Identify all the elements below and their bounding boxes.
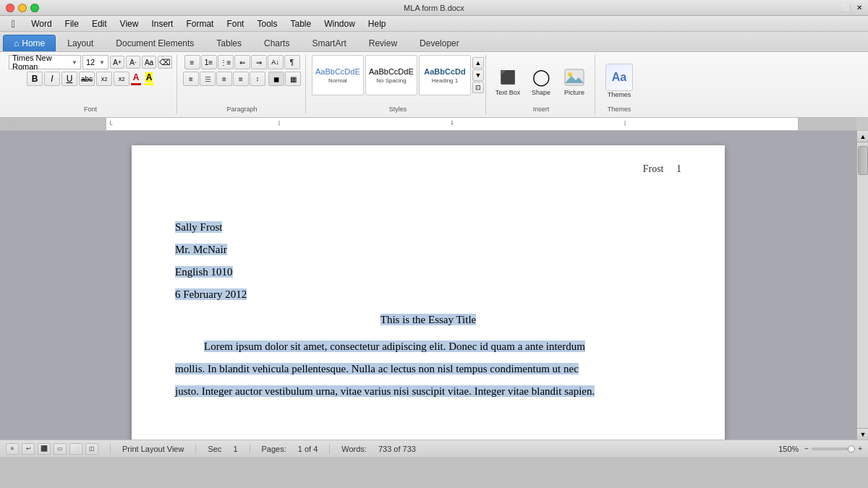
multilevel-list-button[interactable]: ⋮≡ [218, 55, 234, 69]
themes-button[interactable]: Aa Themes [601, 62, 637, 100]
pages-value: 1 of 4 [298, 445, 318, 453]
align-right-button[interactable]: ≡ [216, 72, 232, 86]
zoom-slider-track[interactable] [812, 448, 855, 450]
bullet-list-button[interactable]: ≡ [184, 55, 200, 69]
indent-decrease-button[interactable]: ⇐ [234, 55, 250, 69]
zoom-bar[interactable]: − + [804, 445, 862, 453]
status-icon-2[interactable]: ↩ [22, 443, 35, 455]
insert-text-box[interactable]: ⬛ Text Box [492, 64, 524, 98]
insert-shape[interactable]: ◯ Shape [525, 64, 557, 98]
teacher-line: Mr. McNair [175, 240, 681, 260]
font-size-dropdown[interactable]: 12 ▼ [82, 55, 109, 69]
font-size-decrease[interactable]: A- [126, 56, 140, 69]
status-icon-5[interactable]: ⬜ [69, 443, 82, 455]
clear-formatting[interactable]: ⌫ [158, 56, 172, 69]
menu-format[interactable]: Format [180, 17, 219, 30]
ruler-right-margin [799, 118, 856, 130]
font-color-button[interactable]: A [131, 72, 141, 85]
menu-insert[interactable]: Insert [145, 17, 179, 30]
title-line: This is the Essay Title [175, 310, 681, 330]
tab-charts[interactable]: Charts [253, 35, 300, 51]
menu-word[interactable]: Word [25, 17, 57, 30]
insert-group-label: Insert [492, 103, 590, 114]
zoom-plus[interactable]: + [858, 445, 862, 453]
status-icon-1[interactable]: ≡ [6, 443, 19, 455]
menu-view[interactable]: View [114, 17, 145, 30]
tab-document-elements[interactable]: Document Elements [105, 35, 205, 51]
vertical-scrollbar[interactable]: ▲ ▼ [856, 131, 868, 440]
styles-scroll-down[interactable]: ▼ [472, 69, 484, 81]
style-heading1-label: Heading 1 [432, 77, 458, 84]
body-line-2: mollis. In blandit vehicula pellentesque… [175, 359, 681, 379]
status-divider-3 [250, 444, 250, 454]
shading-button[interactable]: ◼ [268, 72, 284, 86]
tab-developer[interactable]: Developer [409, 35, 470, 51]
close-button[interactable] [6, 4, 14, 12]
status-divider-1 [110, 444, 111, 454]
align-left-button[interactable]: ≡ [183, 72, 199, 86]
tab-review[interactable]: Review [358, 35, 408, 51]
insert-picture[interactable]: Picture [558, 64, 590, 98]
menu-help[interactable]: Help [362, 17, 392, 30]
status-icon-6[interactable]: ◫ [85, 443, 98, 455]
document-content: Sally Frost Mr. McNair English 1010 6 Fe… [175, 218, 681, 401]
menu-file[interactable]: File [59, 17, 85, 30]
strikethrough-button[interactable]: abc [79, 72, 95, 86]
italic-button[interactable]: I [44, 72, 60, 86]
sort-button[interactable]: A↓ [268, 55, 284, 69]
style-no-spacing[interactable]: AaBbCcDdEe No Spacing [365, 55, 417, 95]
styles-expand[interactable]: ⊡ [472, 82, 484, 93]
tab-layout[interactable]: Layout [56, 35, 104, 51]
subscript-button[interactable]: x2 [114, 72, 129, 86]
section-value: 1 [233, 445, 237, 453]
align-center-button[interactable]: ☰ [200, 72, 216, 86]
shape-icon: ◯ [529, 66, 553, 89]
bold-button[interactable]: B [27, 72, 43, 86]
scroll-track[interactable] [857, 142, 868, 428]
tab-home[interactable]: ⌂ Home [3, 35, 56, 51]
menu-tools[interactable]: Tools [251, 17, 283, 30]
underline-button[interactable]: U [61, 72, 77, 86]
line-spacing-button[interactable]: ↕ [250, 72, 265, 86]
show-formatting-button[interactable]: ¶ [284, 55, 300, 69]
body-text-3: justo. Integer auctor vestibulum urna, v… [175, 385, 595, 397]
maximize-button[interactable] [30, 4, 39, 12]
pages-label: Pages: [262, 445, 286, 453]
styles-scroll-up[interactable]: ▲ [472, 57, 484, 69]
document-scroll-area[interactable]: Frost 1 Sally Frost Mr. McNair English 1… [0, 131, 856, 440]
font-case[interactable]: Aa [142, 56, 156, 69]
author-text: Sally Frost [175, 221, 222, 233]
menu-font[interactable]: Font [221, 17, 250, 30]
status-right: 150% − + [778, 445, 862, 453]
numbered-list-button[interactable]: 1≡ [201, 55, 217, 69]
zoom-slider-thumb[interactable] [848, 445, 855, 453]
status-icon-3[interactable]: ⬛ [38, 443, 51, 455]
menu-window[interactable]: Window [318, 17, 361, 30]
window-controls-right: ⬜ ✕ [842, 4, 868, 12]
insert-group: ⬛ Text Box ◯ Shape Picture [488, 55, 595, 114]
minimize-button[interactable] [18, 4, 27, 12]
apple-menu[interactable]:  [6, 17, 21, 31]
justify-button[interactable]: ≡ [233, 72, 249, 86]
window-title: MLA form B.docx [404, 4, 464, 12]
text-box-icon: ⬛ [496, 66, 519, 89]
style-normal[interactable]: AaBbCcDdEe Normal [312, 55, 364, 95]
tab-tables[interactable]: Tables [205, 35, 252, 51]
font-name-dropdown[interactable]: Times New Roman ▼ [9, 55, 81, 69]
highlight-button[interactable]: A [144, 72, 154, 85]
ruler: 1 | | └ [0, 118, 868, 131]
zoom-minus[interactable]: − [804, 445, 809, 453]
superscript-button[interactable]: x2 [96, 72, 112, 86]
menu-edit[interactable]: Edit [86, 17, 113, 30]
indent-increase-button[interactable]: ⇒ [251, 55, 267, 69]
menu-table[interactable]: Table [284, 17, 317, 30]
scroll-down-button[interactable]: ▼ [857, 428, 868, 440]
font-size-arrow: ▼ [99, 59, 105, 66]
style-heading1[interactable]: AaBbCcDd Heading 1 [419, 55, 471, 95]
font-size-increase[interactable]: A+ [110, 56, 124, 69]
scroll-thumb[interactable] [858, 146, 868, 175]
border-button[interactable]: ▦ [285, 72, 301, 86]
status-icon-4[interactable]: ▭ [54, 443, 67, 455]
scroll-up-button[interactable]: ▲ [857, 131, 868, 142]
tab-smartart[interactable]: SmartArt [301, 35, 357, 51]
